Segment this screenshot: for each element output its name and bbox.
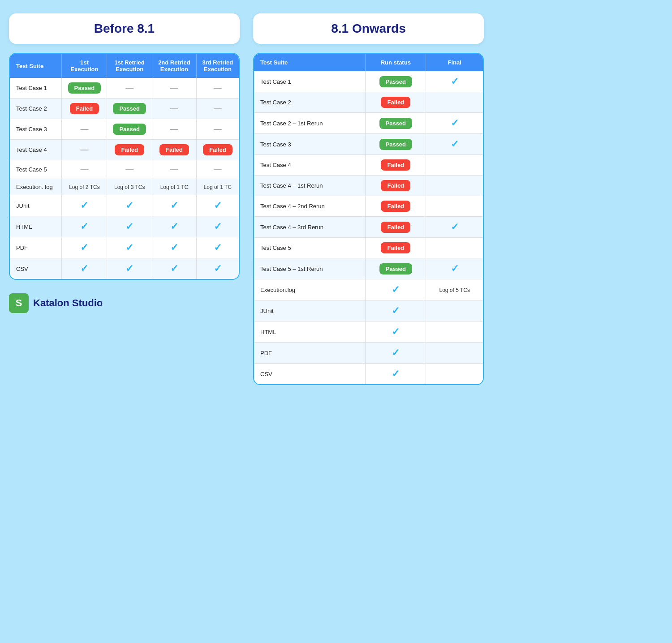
suite-label: PDF	[10, 237, 62, 258]
table-row: Test Case 5 – 1st Rerun Passed ✓	[254, 258, 483, 279]
dash-symbol: —	[80, 165, 88, 174]
checkmark-icon: ✓	[392, 347, 400, 358]
failed-badge: Failed	[381, 180, 410, 191]
cell: ✓	[107, 258, 152, 279]
suite-label: Test Case 1	[10, 78, 62, 99]
run-status-cell: Failed	[366, 155, 426, 176]
table-row: Test Case 2FailedPassed——	[10, 99, 239, 119]
checkmark-icon: ✓	[80, 263, 88, 274]
cell: —	[152, 78, 197, 99]
suite-label: Test Case 4 – 3rd Rerun	[254, 217, 366, 238]
suite-label: Test Case 4 – 1st Rerun	[254, 176, 366, 196]
checkmark-icon: ✓	[451, 221, 459, 232]
failed-badge: Failed	[381, 222, 410, 233]
checkmark-icon: ✓	[170, 200, 178, 211]
checkmark-icon: ✓	[451, 117, 459, 129]
table-row: Test Case 5 Failed	[254, 238, 483, 258]
checkmark-icon: ✓	[125, 242, 134, 253]
dash-symbol: —	[80, 145, 88, 154]
run-status-cell: ✓	[366, 279, 426, 300]
cell: ✓	[196, 258, 239, 279]
cell: —	[62, 119, 107, 140]
suite-label: HTML	[254, 322, 366, 343]
table-row: JUnit ✓	[254, 300, 483, 322]
run-status-cell: Passed	[366, 134, 426, 155]
table-row: Test Case 2 Failed	[254, 92, 483, 113]
cell: ✓	[62, 237, 107, 258]
cell: ✓	[107, 195, 152, 216]
table-row: Test Case 1 Passed ✓	[254, 71, 483, 92]
table-row: Test Case 4 – 2nd Rerun Failed	[254, 196, 483, 217]
table-row: Test Case 5————	[10, 160, 239, 179]
after-section: 8.1 Onwards Test Suite Run status Final …	[253, 13, 484, 385]
checkmark-icon: ✓	[392, 305, 400, 316]
final-cell	[426, 322, 483, 343]
table-row: Test Case 4 – 1st Rerun Failed	[254, 176, 483, 196]
before-col-suite: Test Suite	[10, 54, 62, 78]
final-cell	[426, 364, 483, 385]
suite-label: JUnit	[10, 195, 62, 216]
run-status-cell: Failed	[366, 217, 426, 238]
cell: —	[196, 160, 239, 179]
cell: ✓	[62, 195, 107, 216]
passed-badge: Passed	[379, 263, 413, 274]
suite-label: Test Case 2 – 1st Rerun	[254, 113, 366, 134]
final-cell	[426, 155, 483, 176]
cell: ✓	[196, 195, 239, 216]
table-row: Execution. logLog of 2 TCsLog of 3 TCsLo…	[10, 179, 239, 195]
log-text: Log of 1 TC	[160, 184, 188, 190]
run-status-cell: Failed	[366, 238, 426, 258]
before-header-row: Test Suite 1stExecution 1st RetriedExecu…	[10, 54, 239, 78]
checkmark-icon: ✓	[125, 263, 134, 274]
brand-logo: S	[9, 293, 29, 313]
cell: Log of 1 TC	[196, 179, 239, 195]
checkmark-icon: ✓	[451, 76, 459, 87]
table-row: Test Case 1Passed———	[10, 78, 239, 99]
suite-label: Test Case 2	[254, 92, 366, 113]
cell: Passed	[107, 99, 152, 119]
suite-label: Test Case 5 – 1st Rerun	[254, 258, 366, 279]
checkmark-icon: ✓	[125, 221, 134, 232]
cell: Failed	[62, 99, 107, 119]
failed-badge: Failed	[70, 103, 99, 114]
table-row: PDF ✓	[254, 343, 483, 364]
after-col-run: Run status	[366, 54, 426, 71]
cell: ✓	[107, 216, 152, 237]
brand-logo-letter: S	[16, 297, 22, 309]
table-row: JUnit✓✓✓✓	[10, 195, 239, 216]
table-row: Execution.log ✓ Log of 5 TCs	[254, 279, 483, 300]
checkmark-icon: ✓	[80, 242, 88, 253]
checkmark-icon: ✓	[214, 221, 222, 232]
dash-symbol: —	[214, 83, 222, 92]
run-status-cell: ✓	[366, 364, 426, 385]
run-status-cell: Passed	[366, 258, 426, 279]
passed-badge: Passed	[379, 76, 413, 87]
brand-footer: S Katalon Studio	[9, 293, 240, 313]
before-table: Test Suite 1stExecution 1st RetriedExecu…	[10, 54, 239, 279]
dash-symbol: —	[125, 83, 134, 92]
cell: Log of 1 TC	[152, 179, 197, 195]
table-row: CSV✓✓✓✓	[10, 258, 239, 279]
passed-badge: Passed	[113, 124, 146, 135]
checkmark-icon: ✓	[170, 263, 178, 274]
table-row: Test Case 4 – 3rd Rerun Failed ✓	[254, 217, 483, 238]
checkmark-icon: ✓	[214, 263, 222, 274]
checkmark-icon: ✓	[80, 200, 88, 211]
cell: —	[152, 99, 197, 119]
cell: —	[196, 99, 239, 119]
run-status-cell: Failed	[366, 176, 426, 196]
final-cell	[426, 300, 483, 322]
run-status-cell: Passed	[366, 113, 426, 134]
failed-badge: Failed	[381, 242, 410, 253]
checkmark-icon: ✓	[451, 138, 459, 150]
cell: —	[107, 160, 152, 179]
suite-label: PDF	[254, 343, 366, 364]
cell: Log of 3 TCs	[107, 179, 152, 195]
cell: —	[107, 78, 152, 99]
failed-badge: Failed	[159, 144, 189, 155]
final-cell	[426, 92, 483, 113]
checkmark-icon: ✓	[451, 263, 459, 274]
final-cell: ✓	[426, 258, 483, 279]
table-row: PDF✓✓✓✓	[10, 237, 239, 258]
checkmark-icon: ✓	[392, 326, 400, 337]
